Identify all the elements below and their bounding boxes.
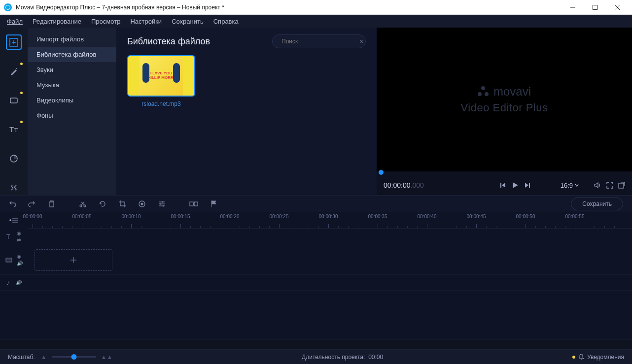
music-track-icon: ♪	[6, 278, 10, 287]
minimize-button[interactable]	[562, 0, 584, 15]
slider-thumb[interactable]	[71, 354, 76, 360]
titlebar: Movavi Видеоредактор Плюс – 7-дневная пр…	[0, 0, 632, 15]
marker-button[interactable]	[210, 200, 217, 208]
track-video: ◉🔊	[0, 245, 632, 275]
next-frame-button[interactable]	[524, 182, 531, 189]
split-button[interactable]	[79, 200, 87, 208]
play-button[interactable]	[511, 181, 519, 189]
ruler-label: 00:00:45	[467, 214, 486, 219]
popout-button[interactable]	[618, 182, 625, 189]
fullscreen-button[interactable]	[606, 182, 613, 189]
ruler-label: 00:00:05	[72, 214, 92, 219]
window-title: Movavi Видеоредактор Плюс – 7-дневная пр…	[16, 4, 562, 11]
clear-search-icon[interactable]: ×	[359, 37, 363, 45]
visibility-icon[interactable]: ◉	[17, 254, 23, 259]
search-input[interactable]	[281, 38, 355, 45]
video-track-icon	[5, 257, 12, 264]
maximize-button[interactable]	[584, 0, 606, 15]
zoom-in-icon[interactable]: ▲▲	[101, 354, 113, 361]
sidebar-item-library[interactable]: Библиотека файлов	[28, 47, 116, 62]
scrubber-thumb[interactable]	[379, 170, 384, 175]
transition-button[interactable]	[189, 200, 198, 207]
library-panel: Библиотека файлов × I L♥VE YOUPHILLIP MO…	[116, 28, 377, 195]
menu-save[interactable]: Сохранить	[172, 18, 204, 25]
clip-thumbnail[interactable]: I L♥VE YOUPHILLIP MORRIS	[127, 55, 195, 97]
track-content[interactable]	[28, 245, 632, 274]
menu-help[interactable]: Справка	[213, 18, 239, 25]
rail-titles[interactable]: Tᴛ	[6, 122, 22, 137]
svg-rect-13	[619, 183, 624, 188]
notification-dot-icon	[20, 63, 23, 65]
sidebar-item-import[interactable]: Импорт файлов	[28, 32, 116, 47]
delete-button[interactable]	[48, 200, 55, 208]
rail-tools[interactable]	[6, 180, 22, 195]
prev-frame-button[interactable]	[499, 182, 506, 189]
brand-name: movavi	[493, 85, 531, 99]
zoom-out-icon[interactable]: ▲	[41, 354, 47, 361]
menu-view[interactable]: Просмотр	[91, 18, 120, 25]
crop-button[interactable]	[118, 200, 126, 208]
sidebar-item-sounds[interactable]: Звуки	[28, 62, 116, 77]
svg-rect-31	[6, 258, 12, 262]
svg-rect-11	[500, 183, 501, 188]
notifications-button[interactable]: Уведомления	[572, 354, 624, 361]
audio-icon[interactable]: 🔊	[17, 261, 23, 266]
sidebar-item-music[interactable]: Музыка	[28, 77, 116, 93]
rail-import[interactable]	[6, 34, 22, 50]
sidebar: Импорт файлов Библиотека файлов Звуки Му…	[28, 28, 116, 195]
ruler-label: 00:00:00	[23, 214, 42, 219]
ruler-label: 00:00:25	[270, 214, 289, 219]
movavi-logo-icon	[478, 86, 489, 97]
svg-rect-25	[194, 202, 198, 206]
rail-magic[interactable]	[6, 64, 22, 79]
properties-button[interactable]	[158, 200, 166, 208]
timeline-ruler[interactable]: 00:00:0000:00:0500:00:1000:00:1500:00:20…	[28, 212, 632, 229]
volume-button[interactable]	[594, 181, 601, 189]
slider-track[interactable]	[52, 356, 96, 358]
svg-point-14	[80, 205, 82, 207]
preview-canvas[interactable]: movavi Video Editor Plus	[377, 28, 632, 171]
sidebar-item-backgrounds[interactable]: Фоны	[28, 108, 116, 123]
scrubber[interactable]	[377, 171, 632, 175]
menu-file[interactable]: Файл	[7, 18, 23, 25]
redo-button[interactable]	[28, 200, 35, 208]
ruler-label: 00:00:10	[122, 214, 141, 219]
undo-button[interactable]	[9, 200, 17, 208]
menu-settings[interactable]: Настройки	[130, 18, 162, 25]
track-audio: ♪ 🔊	[0, 275, 632, 291]
close-button[interactable]	[606, 0, 628, 15]
ruler-label: 00:00:30	[319, 214, 338, 219]
track-content[interactable]	[28, 229, 632, 245]
notification-dot-icon	[20, 92, 23, 94]
sidebar-item-videoclips[interactable]: Видеоклипы	[28, 93, 116, 108]
audio-icon[interactable]: 🔊	[16, 280, 22, 285]
search-field[interactable]: ×	[272, 34, 366, 48]
track-content[interactable]	[28, 275, 632, 290]
svg-point-21	[162, 201, 164, 202]
preview-panel: movavi Video Editor Plus 00:00:00.000 16…	[377, 28, 632, 195]
add-track-button[interactable]	[9, 217, 18, 224]
library-clip[interactable]: I L♥VE YOUPHILLIP MORRIS rsload.net.mp3	[127, 55, 195, 107]
menu-edit[interactable]: Редактирование	[33, 18, 81, 25]
svg-rect-12	[529, 183, 530, 188]
zoom-slider[interactable]: ▲ ▲▲	[41, 354, 113, 361]
rail-stickers[interactable]	[6, 151, 22, 166]
bell-icon	[578, 354, 584, 361]
color-button[interactable]	[138, 200, 146, 208]
track-titles: T ◉⇄	[0, 229, 632, 245]
visibility-icon[interactable]: ◉	[17, 231, 21, 236]
svg-rect-24	[190, 202, 193, 206]
svg-point-23	[163, 205, 164, 206]
add-clip-placeholder[interactable]	[35, 249, 112, 271]
timeline-save-button[interactable]: Сохранить	[571, 198, 623, 210]
clip-label: rsload.net.mp3	[141, 100, 180, 107]
rail-filters[interactable]	[6, 93, 22, 108]
title-track-icon: T	[6, 233, 10, 240]
zoom-label: Масштаб:	[8, 354, 35, 361]
ruler-label: 00:00:50	[516, 214, 535, 219]
link-icon[interactable]: ⇄	[17, 237, 21, 243]
rotate-button[interactable]	[99, 200, 106, 208]
aspect-ratio-button[interactable]: 16:9	[561, 182, 579, 189]
svg-point-22	[160, 203, 161, 204]
duration-label: Длительность проекта: 00:00	[302, 354, 383, 361]
